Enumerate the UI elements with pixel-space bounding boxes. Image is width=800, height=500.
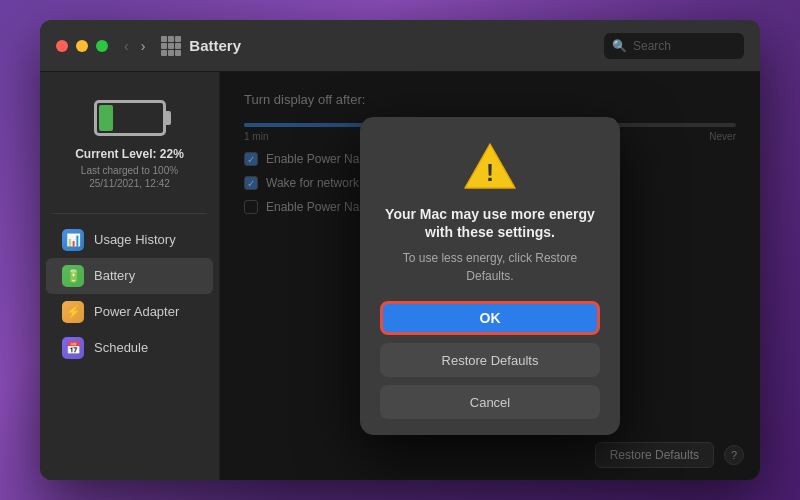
usage-history-icon: 📊 xyxy=(62,229,84,251)
sidebar-item-power-adapter[interactable]: ⚡ Power Adapter xyxy=(46,294,213,330)
window-title: Battery xyxy=(189,37,604,54)
sidebar-item-label-adapter: Power Adapter xyxy=(94,304,179,319)
battery-level-text: Current Level: 22% xyxy=(75,146,184,163)
sidebar-item-battery[interactable]: 🔋 Battery xyxy=(46,258,213,294)
app-grid-icon xyxy=(161,36,181,56)
sidebar: Current Level: 22% Last charged to 100% … xyxy=(40,72,220,480)
search-box[interactable]: 🔍 Search xyxy=(604,33,744,59)
battery-preferences-window: ‹ › Battery 🔍 Search Current Level: 22% … xyxy=(40,20,760,480)
warning-icon: ! xyxy=(462,141,518,191)
content-area: Current Level: 22% Last charged to 100% … xyxy=(40,72,760,480)
main-panel: Turn display off after: 1 min 3 hrs Neve… xyxy=(220,72,760,480)
modal-title: Your Mac may use more energy with these … xyxy=(380,205,600,241)
sidebar-item-label-usage: Usage History xyxy=(94,232,176,247)
forward-arrow[interactable]: › xyxy=(137,36,150,56)
power-adapter-icon: ⚡ xyxy=(62,301,84,323)
back-arrow[interactable]: ‹ xyxy=(120,36,133,56)
search-icon: 🔍 xyxy=(612,39,627,53)
sidebar-item-label-battery: Battery xyxy=(94,268,135,283)
battery-display: Current Level: 22% Last charged to 100% … xyxy=(40,88,219,205)
sidebar-item-label-schedule: Schedule xyxy=(94,340,148,355)
sidebar-item-schedule[interactable]: 📅 Schedule xyxy=(46,330,213,366)
sidebar-divider xyxy=(52,213,207,214)
titlebar: ‹ › Battery 🔍 Search xyxy=(40,20,760,72)
modal-ok-button[interactable]: OK xyxy=(380,301,600,335)
battery-fill xyxy=(99,105,114,131)
alert-dialog: ! Your Mac may use more energy with thes… xyxy=(360,117,620,435)
sidebar-item-usage-history[interactable]: 📊 Usage History xyxy=(46,222,213,258)
search-placeholder: Search xyxy=(633,39,671,53)
traffic-lights xyxy=(56,40,108,52)
battery-status: Last charged to 100% xyxy=(81,165,178,176)
schedule-icon: 📅 xyxy=(62,337,84,359)
minimize-button[interactable] xyxy=(76,40,88,52)
maximize-button[interactable] xyxy=(96,40,108,52)
svg-text:!: ! xyxy=(486,159,494,186)
close-button[interactable] xyxy=(56,40,68,52)
nav-arrows: ‹ › xyxy=(120,36,149,56)
modal-overlay: ! Your Mac may use more energy with thes… xyxy=(220,72,760,480)
modal-body: To use less energy, click Restore Defaul… xyxy=(380,249,600,285)
modal-cancel-button[interactable]: Cancel xyxy=(380,385,600,419)
battery-date: 25/11/2021, 12:42 xyxy=(89,178,170,189)
battery-icon: 🔋 xyxy=(62,265,84,287)
battery-icon-large xyxy=(94,100,166,136)
modal-restore-button[interactable]: Restore Defaults xyxy=(380,343,600,377)
